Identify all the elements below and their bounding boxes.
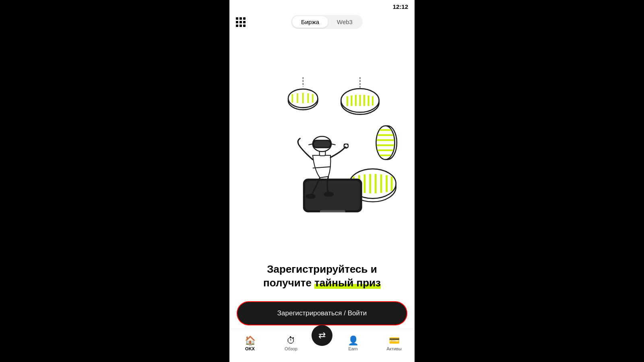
svg-rect-57	[314, 141, 330, 147]
nav-label-assets: Активы	[386, 346, 401, 351]
earn-icon: 👤	[348, 336, 359, 345]
svg-point-49	[305, 194, 316, 199]
assets-icon: 💳	[389, 336, 400, 345]
svg-line-59	[331, 144, 336, 145]
register-login-button[interactable]: Зарегистрироваться / Войти	[237, 302, 407, 325]
svg-rect-48	[320, 210, 345, 212]
nav-label-okx: OKX	[245, 346, 255, 351]
nav-item-okx[interactable]: 🏠 OKX	[229, 336, 270, 351]
phone-screen: 12:12 Биржа Web3	[229, 0, 415, 362]
time-display: 12:12	[393, 3, 408, 10]
home-icon: 🏠	[245, 336, 256, 345]
tab-group: Биржа Web3	[291, 15, 363, 29]
svg-point-50	[324, 191, 334, 197]
nav-trade-center-button[interactable]: ⇄	[312, 325, 332, 346]
trade-icon: ⇄	[318, 330, 326, 341]
cta-section: Зарегистрироваться / Войти	[229, 294, 415, 329]
nav-item-assets[interactable]: 💳 Активы	[374, 336, 415, 351]
grid-menu-icon[interactable]	[236, 17, 246, 27]
tab-exchange[interactable]: Биржа	[292, 16, 328, 28]
promo-title: Зарегистрируйтесь и получите тайный приз	[242, 263, 402, 290]
hero-illustration	[229, 31, 415, 255]
nav-item-earn[interactable]: 👤 Earn	[332, 336, 374, 351]
status-bar: 12:12	[229, 0, 415, 12]
nav-label-earn: Earn	[348, 346, 357, 351]
tab-web3[interactable]: Web3	[328, 16, 361, 28]
svg-line-58	[308, 144, 313, 145]
top-nav: Биржа Web3	[229, 12, 415, 31]
promo-text-section: Зарегистрируйтесь и получите тайный приз	[229, 255, 415, 294]
nav-item-overview[interactable]: ⏱ Обзор	[270, 336, 312, 351]
overview-icon: ⏱	[287, 336, 295, 345]
nav-label-overview: Обзор	[285, 346, 297, 351]
bottom-nav: 🏠 OKX ⏱ Обзор ⇄ 👤 Earn 💳 Активы	[229, 329, 415, 362]
